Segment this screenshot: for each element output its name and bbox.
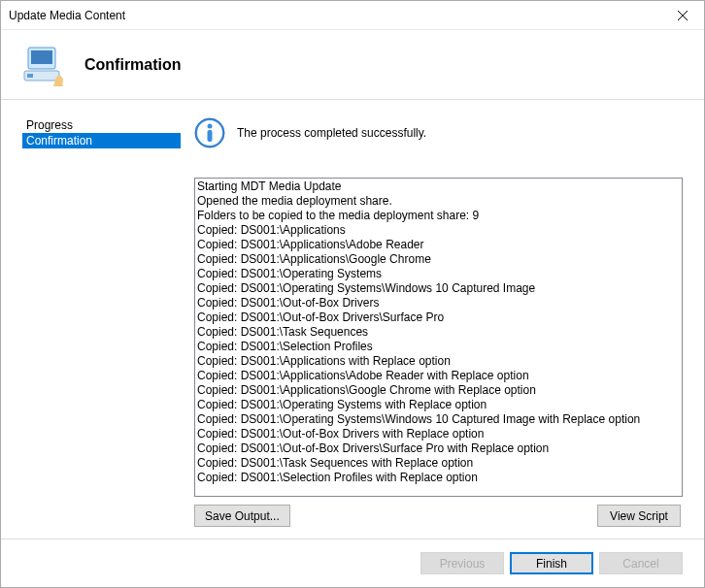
window-title: Update Media Content	[9, 9, 125, 22]
log-line: Copied: DS001:\Applications\Google Chrom…	[197, 252, 680, 267]
svg-point-7	[208, 124, 213, 129]
previous-button: Previous	[420, 552, 504, 574]
info-icon	[194, 117, 225, 148]
body: Progress Confirmation The process comple…	[1, 100, 704, 539]
close-button[interactable]	[660, 1, 704, 29]
svg-rect-1	[31, 50, 52, 64]
log-line: Copied: DS001:\Applications with Replace…	[197, 354, 680, 369]
log-line: Copied: DS001:\Applications\Google Chrom…	[197, 383, 680, 398]
page-title: Confirmation	[84, 56, 182, 74]
sidebar-item-progress[interactable]: Progress	[22, 117, 181, 133]
sidebar: Progress Confirmation	[1, 100, 181, 539]
svg-rect-3	[27, 74, 33, 78]
save-output-button[interactable]: Save Output...	[194, 505, 290, 527]
log-line: Copied: DS001:\Out-of-Box Drivers\Surfac…	[197, 441, 680, 456]
content: The process completed successfully. Star…	[181, 100, 704, 539]
log-line: Copied: DS001:\Selection Profiles	[197, 340, 680, 354]
log-line: Copied: DS001:\Selection Profiles with R…	[197, 471, 680, 485]
header: Confirmation	[1, 30, 704, 100]
cancel-button: Cancel	[599, 552, 683, 574]
log-line: Copied: DS001:\Operating Systems with Re…	[197, 398, 680, 412]
svg-rect-8	[208, 130, 213, 142]
footer: Previous Finish Cancel	[1, 539, 704, 587]
log-output[interactable]: Starting MDT Media UpdateOpened the medi…	[194, 178, 683, 497]
log-line: Copied: DS001:\Out-of-Box Drivers with R…	[197, 427, 680, 441]
close-icon	[678, 11, 688, 20]
log-line: Copied: DS001:\Operating Systems\Windows…	[197, 412, 680, 427]
dialog-window: Update Media Content Confirmation Progre…	[0, 0, 705, 588]
log-line: Folders to be copied to the media deploy…	[197, 209, 680, 223]
view-script-button[interactable]: View Script	[597, 505, 681, 527]
log-line: Copied: DS001:\Operating Systems\Windows…	[197, 281, 680, 296]
mid-button-row: Save Output... View Script	[194, 505, 683, 527]
status-message: The process completed successfully.	[237, 126, 426, 140]
log-line: Copied: DS001:\Applications\Adobe Reader…	[197, 369, 680, 383]
log-line: Starting MDT Media Update	[197, 180, 680, 194]
sidebar-item-confirmation[interactable]: Confirmation	[22, 133, 181, 148]
finish-button[interactable]: Finish	[510, 552, 593, 574]
log-line: Copied: DS001:\Applications	[197, 223, 680, 238]
log-line: Copied: DS001:\Operating Systems	[197, 267, 680, 281]
titlebar: Update Media Content	[1, 1, 704, 30]
log-line: Copied: DS001:\Out-of-Box Drivers	[197, 296, 680, 310]
log-line: Copied: DS001:\Out-of-Box Drivers\Surfac…	[197, 310, 680, 325]
log-line: Copied: DS001:\Task Sequences	[197, 325, 680, 340]
log-line: Opened the media deployment share.	[197, 194, 680, 209]
status-row: The process completed successfully.	[194, 117, 683, 148]
log-line: Copied: DS001:\Applications\Adobe Reader	[197, 238, 680, 252]
log-line: Copied: DS001:\Task Sequences with Repla…	[197, 456, 680, 471]
computer-icon	[20, 42, 67, 88]
